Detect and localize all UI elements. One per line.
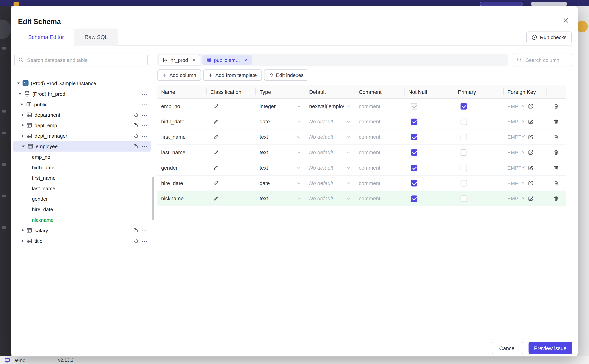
tree-item-emp_no[interactable]: emp_no <box>13 151 151 162</box>
trash-icon[interactable] <box>553 165 559 171</box>
primary-checkbox[interactable] <box>461 118 467 125</box>
edit-foreign-key-icon[interactable] <box>528 103 534 109</box>
edit-foreign-key-icon[interactable] <box>528 165 534 171</box>
primary-checkbox[interactable] <box>461 180 467 186</box>
type-select[interactable]: date <box>256 114 305 129</box>
not-null-checkbox-checked[interactable] <box>411 118 417 125</box>
pencil-icon[interactable] <box>213 150 219 155</box>
not-null-checkbox-checked[interactable] <box>411 149 417 156</box>
primary-checkbox-checked[interactable] <box>461 103 467 110</box>
caret-down-icon[interactable] <box>22 145 25 147</box>
cancel-button[interactable]: Cancel <box>492 342 523 354</box>
not-null-checkbox-checked[interactable] <box>411 164 417 171</box>
add-from-template-button[interactable]: Add from template <box>203 70 262 81</box>
default-select[interactable]: No default <box>305 160 355 175</box>
tree-item-prod-prod-sample-instance[interactable]: (Prod) Prod Sample Instance <box>13 78 151 89</box>
more-menu-icon[interactable]: ⋯ <box>142 238 148 244</box>
more-menu-icon[interactable]: ⋯ <box>142 91 148 97</box>
preview-issue-button[interactable]: Preview issue <box>528 342 572 354</box>
tree-item-gender[interactable]: gender <box>13 194 151 204</box>
trash-icon[interactable] <box>553 196 559 202</box>
trash-icon[interactable] <box>553 150 559 155</box>
help-floating-button[interactable] <box>576 20 588 32</box>
tree-item-department[interactable]: department⋯ <box>13 110 151 120</box>
primary-checkbox[interactable] <box>461 164 467 171</box>
type-select[interactable]: integer <box>256 99 305 114</box>
edit-foreign-key-icon[interactable] <box>528 180 534 186</box>
copy-icon[interactable] <box>133 133 138 139</box>
not-null-checkbox-checked[interactable] <box>411 195 417 202</box>
more-menu-icon[interactable]: ⋯ <box>142 101 148 107</box>
default-select[interactable]: No default <box>305 176 355 191</box>
not-null-checkbox-checked[interactable] <box>411 134 417 140</box>
caret-right-icon[interactable] <box>22 134 24 137</box>
more-menu-icon[interactable]: ⋯ <box>142 143 148 149</box>
type-select[interactable]: text <box>256 191 305 206</box>
tree-item-last_name[interactable]: last_name <box>13 183 151 194</box>
comment-input[interactable]: comment <box>359 119 380 125</box>
not-null-checkbox-checked[interactable] <box>411 180 417 186</box>
trash-icon[interactable] <box>553 103 559 109</box>
default-select[interactable]: No default <box>305 114 355 129</box>
tree-item-employee[interactable]: employee⋯ <box>13 141 151 151</box>
edit-foreign-key-icon[interactable] <box>528 119 534 124</box>
run-checks-button[interactable]: Run checks <box>527 32 572 43</box>
comment-input[interactable]: comment <box>359 165 380 171</box>
caret-down-icon[interactable] <box>19 93 21 95</box>
close-tab-icon[interactable] <box>244 58 248 62</box>
more-menu-icon[interactable]: ⋯ <box>142 122 148 128</box>
tree-item-public[interactable]: public⋯ <box>13 99 151 110</box>
close-tab-icon[interactable] <box>192 58 196 62</box>
default-select[interactable]: No default <box>305 130 355 144</box>
more-menu-icon[interactable]: ⋯ <box>142 228 148 233</box>
caret-right-icon[interactable] <box>22 124 24 127</box>
tree-item-prod-hr_prod[interactable]: (Prod) hr_prod⋯ <box>13 89 151 99</box>
trash-icon[interactable] <box>553 180 559 186</box>
tree-item-birth_date[interactable]: birth_date <box>13 162 151 172</box>
more-menu-icon[interactable]: ⋯ <box>142 112 148 118</box>
pencil-icon[interactable] <box>213 180 219 186</box>
trash-icon[interactable] <box>553 119 559 124</box>
database-search-input[interactable] <box>14 54 148 66</box>
sidebar-scrollbar[interactable] <box>152 177 154 220</box>
caret-down-icon[interactable] <box>17 82 20 84</box>
type-select[interactable]: date <box>256 176 305 191</box>
primary-checkbox[interactable] <box>461 195 467 202</box>
caret-right-icon[interactable] <box>22 229 24 232</box>
primary-checkbox[interactable] <box>461 149 467 156</box>
tab-raw-sql[interactable]: Raw SQL <box>74 29 118 46</box>
open-tab-hr_prod[interactable]: hr_prod <box>159 55 200 65</box>
tree-item-salary[interactable]: salary⋯ <box>13 225 151 235</box>
copy-icon[interactable] <box>133 112 138 117</box>
edit-foreign-key-icon[interactable] <box>528 150 534 155</box>
copy-icon[interactable] <box>133 238 138 243</box>
pencil-icon[interactable] <box>213 134 219 140</box>
edit-foreign-key-icon[interactable] <box>528 134 534 140</box>
pencil-icon[interactable] <box>213 165 219 171</box>
copy-icon[interactable] <box>133 123 138 128</box>
tree-item-dept_manager[interactable]: dept_manager⋯ <box>13 130 151 141</box>
copy-icon[interactable] <box>133 144 138 149</box>
tree-item-title[interactable]: title⋯ <box>13 236 151 246</box>
type-select[interactable]: text <box>256 145 305 160</box>
caret-down-icon[interactable] <box>20 103 23 105</box>
pencil-icon[interactable] <box>213 119 219 124</box>
comment-input[interactable]: comment <box>359 134 380 140</box>
tab-schema-editor[interactable]: Schema Editor <box>18 29 74 46</box>
tree-item-dept_emp[interactable]: dept_emp⋯ <box>13 120 151 130</box>
pencil-icon[interactable] <box>213 196 219 202</box>
default-select[interactable]: No default <box>305 191 355 206</box>
tree-item-nickname[interactable]: nickname <box>13 214 151 225</box>
close-icon[interactable] <box>563 17 570 25</box>
add-column-button[interactable]: Add column <box>157 70 201 81</box>
open-tab-public-em[interactable]: public.em... <box>202 55 251 65</box>
edit-foreign-key-icon[interactable] <box>528 196 534 202</box>
comment-input[interactable]: comment <box>359 149 380 155</box>
caret-right-icon[interactable] <box>22 113 24 116</box>
comment-input[interactable]: comment <box>359 195 380 202</box>
tree-item-hire_date[interactable]: hire_date <box>13 204 151 214</box>
primary-checkbox[interactable] <box>461 134 467 140</box>
default-select[interactable]: No default <box>305 145 355 160</box>
copy-icon[interactable] <box>133 228 138 233</box>
caret-right-icon[interactable] <box>22 239 24 242</box>
